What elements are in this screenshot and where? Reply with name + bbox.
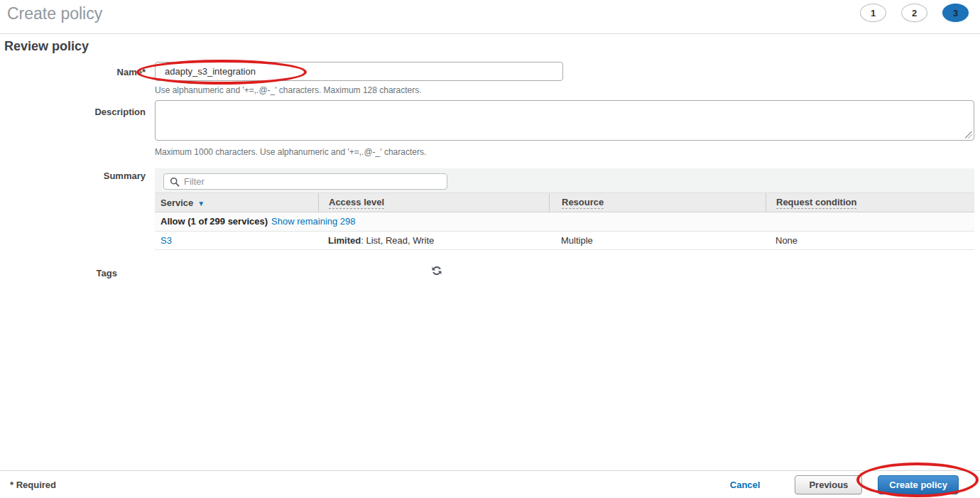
step-2[interactable]: 2 bbox=[901, 4, 927, 22]
filter-box[interactable] bbox=[163, 173, 447, 190]
access-level-cell: Limited: List, Read, Write bbox=[318, 232, 549, 249]
description-field-wrap bbox=[155, 100, 974, 141]
search-icon bbox=[170, 177, 180, 187]
step-3-active[interactable]: 3 bbox=[942, 4, 969, 22]
filter-input[interactable] bbox=[184, 176, 441, 187]
description-textarea[interactable] bbox=[155, 100, 974, 141]
request-condition-header-label: Request condition bbox=[776, 197, 856, 209]
summary-label: Summary bbox=[0, 170, 146, 181]
policy-name-input[interactable] bbox=[155, 62, 563, 81]
column-header-request-condition[interactable]: Request condition bbox=[766, 193, 974, 212]
section-heading: Review policy bbox=[4, 39, 89, 54]
refresh-icon bbox=[431, 265, 442, 276]
description-label: Description bbox=[0, 107, 146, 117]
name-help-text: Use alphanumeric and '+=,.@-_' character… bbox=[155, 85, 422, 95]
column-header-access-level[interactable]: Access level bbox=[318, 193, 549, 212]
summary-panel: Service▼ Access level Resource Request c… bbox=[155, 168, 974, 250]
wizard-steps: 1 2 3 bbox=[860, 4, 969, 22]
allow-group-row: Allow (1 of 299 services)Show remaining … bbox=[155, 212, 974, 232]
cancel-link[interactable]: Cancel bbox=[730, 480, 761, 490]
footer-bar: * Required Cancel Previous Create policy bbox=[0, 470, 980, 498]
footer-actions: Cancel Previous Create policy bbox=[730, 475, 959, 494]
create-policy-button[interactable]: Create policy bbox=[878, 475, 959, 494]
s3-service-link[interactable]: S3 bbox=[160, 235, 172, 246]
column-header-service[interactable]: Service▼ bbox=[155, 197, 318, 208]
refresh-spinner bbox=[431, 265, 442, 276]
service-cell: S3 bbox=[155, 232, 318, 249]
name-label: Name* bbox=[0, 67, 146, 77]
access-level-rest: : List, Read, Write bbox=[361, 235, 434, 246]
allow-group-label: Allow (1 of 299 services) bbox=[160, 216, 268, 227]
condition-cell: None bbox=[766, 232, 974, 249]
resource-cell: Multiple bbox=[549, 232, 766, 249]
resource-header-label: Resource bbox=[562, 197, 604, 209]
description-help-text: Maximum 1000 characters. Use alphanumeri… bbox=[155, 147, 426, 157]
page-title: Create policy bbox=[7, 4, 102, 23]
service-header-label: Service bbox=[160, 197, 193, 208]
previous-button[interactable]: Previous bbox=[795, 475, 862, 494]
tags-label: Tags bbox=[0, 268, 117, 278]
filter-bar bbox=[155, 168, 974, 193]
sort-caret-icon: ▼ bbox=[197, 200, 205, 207]
access-level-bold: Limited bbox=[328, 235, 361, 246]
show-remaining-link[interactable]: Show remaining 298 bbox=[271, 216, 356, 227]
required-note: * Required bbox=[10, 480, 56, 490]
table-row-s3: S3 Limited: List, Read, Write Multiple N… bbox=[155, 232, 974, 250]
step-1[interactable]: 1 bbox=[860, 4, 886, 22]
access-level-header-label: Access level bbox=[329, 197, 384, 209]
column-header-resource[interactable]: Resource bbox=[549, 193, 766, 212]
summary-table-header: Service▼ Access level Resource Request c… bbox=[155, 193, 974, 212]
header-divider bbox=[0, 33, 980, 34]
